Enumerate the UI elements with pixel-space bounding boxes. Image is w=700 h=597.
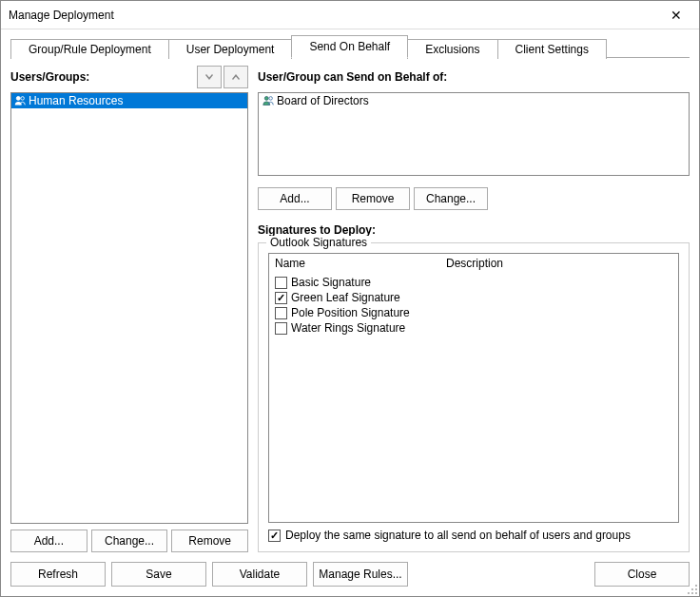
change-user-button[interactable]: Change... xyxy=(91,530,168,552)
list-item-label: Human Resources xyxy=(29,94,123,107)
users-groups-panel: Users/Groups: xyxy=(10,66,248,552)
tab-client-settings[interactable]: Client Settings xyxy=(497,39,607,59)
checkbox[interactable] xyxy=(275,322,287,335)
users-groups-label: Users/Groups: xyxy=(10,70,89,84)
signatures-body: Basic Signature Green Leaf Signature Pol… xyxy=(269,273,678,522)
remove-behalf-button[interactable]: Remove xyxy=(336,187,410,210)
list-item[interactable]: Board of Directors xyxy=(260,94,688,107)
svg-point-2 xyxy=(264,96,268,100)
move-up-button[interactable] xyxy=(224,66,248,88)
save-button[interactable]: Save xyxy=(111,562,206,587)
behalf-button-row: Add... Remove Change... xyxy=(258,187,690,210)
person-icon xyxy=(13,94,27,107)
tabstrip: Group/Rule Deployment User Deployment Se… xyxy=(10,37,690,58)
tab-content: Users/Groups: xyxy=(10,58,690,552)
tab-send-on-behalf[interactable]: Send On Behalf xyxy=(291,35,408,58)
window-title: Manage Deployment xyxy=(9,9,114,22)
svg-point-1 xyxy=(21,97,25,101)
close-icon[interactable]: ✕ xyxy=(657,2,695,29)
behalf-header-row: User/Group can Send on Behalf of: xyxy=(258,66,690,88)
send-on-behalf-panel: User/Group can Send on Behalf of: Board … xyxy=(258,66,690,552)
add-behalf-button[interactable]: Add... xyxy=(258,187,332,210)
refresh-button[interactable]: Refresh xyxy=(10,562,106,587)
column-description[interactable]: Description xyxy=(446,257,672,270)
checkbox[interactable] xyxy=(268,530,281,542)
move-down-button[interactable] xyxy=(197,66,222,88)
list-item-label: Board of Directors xyxy=(277,94,369,107)
close-button[interactable]: Close xyxy=(594,562,690,587)
signature-name: Pole Position Signature xyxy=(291,306,410,319)
bottom-button-bar: Refresh Save Validate Manage Rules... Cl… xyxy=(1,556,699,596)
manage-rules-button[interactable]: Manage Rules... xyxy=(313,562,408,587)
column-name[interactable]: Name xyxy=(275,257,446,270)
signature-name: Water Rings Signature xyxy=(291,321,405,335)
svg-point-3 xyxy=(269,97,273,101)
signatures-list[interactable]: Name Description Basic Signature Green L… xyxy=(268,253,679,523)
checkbox[interactable] xyxy=(275,292,287,304)
checkbox[interactable] xyxy=(275,277,287,289)
users-groups-list[interactable]: Human Resources xyxy=(10,92,248,524)
svg-point-0 xyxy=(16,96,20,100)
outlook-signatures-fieldset: Outlook Signatures Name Description Basi… xyxy=(258,242,690,552)
signature-name: Green Leaf Signature xyxy=(291,291,400,304)
behalf-list[interactable]: Board of Directors xyxy=(258,92,690,176)
titlebar: Manage Deployment ✕ xyxy=(1,1,699,29)
signatures-header: Signatures to Deploy: xyxy=(258,223,690,237)
tab-group-rule-deployment[interactable]: Group/Rule Deployment xyxy=(10,39,169,59)
manage-deployment-window: Manage Deployment ✕ Group/Rule Deploymen… xyxy=(0,0,700,597)
add-user-button[interactable]: Add... xyxy=(10,530,88,552)
deploy-same-signature-label: Deploy the same signature to all send on… xyxy=(285,529,631,542)
users-groups-button-row: Add... Change... Remove xyxy=(10,530,248,552)
fieldset-legend: Outlook Signatures xyxy=(266,236,371,249)
signature-row[interactable]: Pole Position Signature xyxy=(275,305,672,320)
remove-user-button[interactable]: Remove xyxy=(171,530,248,552)
signature-row[interactable]: Basic Signature xyxy=(275,275,672,290)
signature-row[interactable]: Green Leaf Signature xyxy=(275,290,672,305)
signature-name: Basic Signature xyxy=(291,276,371,289)
users-groups-header-row: Users/Groups: xyxy=(10,66,248,88)
validate-button[interactable]: Validate xyxy=(212,562,307,587)
tab-user-deployment[interactable]: User Deployment xyxy=(168,39,293,59)
signatures-columns: Name Description xyxy=(269,254,678,273)
content-area: Group/Rule Deployment User Deployment Se… xyxy=(1,29,699,556)
reorder-buttons xyxy=(197,66,248,88)
arrow-down-icon xyxy=(204,71,215,83)
arrow-up-icon xyxy=(230,71,242,83)
tab-exclusions[interactable]: Exclusions xyxy=(407,39,497,59)
checkbox[interactable] xyxy=(275,307,287,319)
signature-row[interactable]: Water Rings Signature xyxy=(275,320,672,336)
deploy-same-signature-row[interactable]: Deploy the same signature to all send on… xyxy=(268,529,679,542)
person-icon xyxy=(262,94,275,107)
list-item[interactable]: Human Resources xyxy=(11,93,247,108)
behalf-header-label: User/Group can Send on Behalf of: xyxy=(258,70,447,84)
change-behalf-button[interactable]: Change... xyxy=(414,187,488,210)
